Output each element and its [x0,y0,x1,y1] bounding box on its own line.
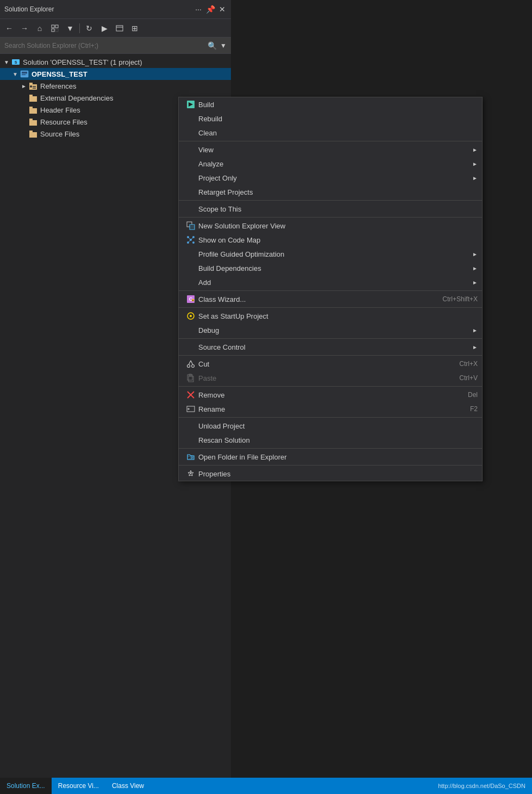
tab-solution-explorer[interactable]: Solution Ex... [0,778,52,794]
build-deps-arrow: ► [472,265,478,271]
svg-line-37 [191,237,193,240]
menu-item-class-wizard[interactable]: C + Class Wizard... Ctrl+Shift+X [179,292,482,306]
paste-shortcut: Ctrl+V [459,374,478,382]
separator-7 [179,355,482,356]
remove-icon [183,390,198,399]
menu-item-retarget[interactable]: Retarget Projects [179,185,482,199]
menu-item-clean[interactable]: Clean [179,126,482,140]
stop-button[interactable]: ▶ [97,21,111,35]
separator-1 [179,141,482,141]
menu-item-rename[interactable]: Rename F2 [179,402,482,416]
back-button[interactable]: ← [2,21,16,35]
svg-rect-18 [29,95,33,97]
add-arrow: ► [472,280,478,286]
menu-item-cut[interactable]: Cut Ctrl+X [179,357,482,371]
class-wizard-label: Class Wizard... [198,295,431,303]
status-url: http://blog.csdn.net/DaSo_CSDN [438,783,532,789]
search-input[interactable] [4,42,204,49]
source-control-arrow: ► [472,344,478,350]
rescan-label: Rescan Solution [198,436,478,444]
paste-label: Paste [198,374,448,382]
dropdown-button[interactable]: ▼ [63,21,77,35]
open-folder-icon [183,452,198,461]
menu-item-scope[interactable]: Scope to This [179,202,482,216]
pin-icon[interactable]: 📌 [206,5,215,14]
solution-expand-icon[interactable]: ▼ [2,59,11,65]
menu-item-remove[interactable]: Remove Del [179,388,482,402]
codemap-icon [183,235,198,244]
svg-point-44 [190,315,192,317]
menu-item-codemap[interactable]: Show on Code Map [179,233,482,247]
tab-resource-viewer[interactable]: Resource Vi... [52,778,105,794]
analyze-arrow: ► [472,161,478,167]
tree-item-solution[interactable]: ▼ S Solution 'OPENSSL_TEST' (1 project) [0,56,231,68]
project-label: OPENSSL_TEST [32,70,87,78]
rename-label: Rename [198,405,459,413]
menu-item-source-control[interactable]: Source Control ► [179,340,482,354]
menu-item-new-view[interactable]: New Solution Explorer View [179,219,482,233]
search-options-icon[interactable]: ▼ [220,42,227,49]
forward-button[interactable]: → [17,21,32,35]
pgo-arrow: ► [472,251,478,257]
svg-line-38 [188,240,191,243]
menu-item-unload[interactable]: Unload Project [179,419,482,433]
tree-item-project[interactable]: ▼ OPENSSL_TEST [0,68,231,80]
grid-button[interactable]: ⊞ [128,21,142,35]
ext-deps-icon [28,94,38,102]
svg-point-58 [190,473,192,474]
cut-label: Cut [198,360,448,368]
close-icon[interactable]: ✕ [218,5,227,14]
menu-item-project-only[interactable]: Project Only ► [179,171,482,185]
open-folder-label: Open Folder in File Explorer [198,453,478,461]
menu-item-add[interactable]: Add ► [179,275,482,289]
svg-rect-10 [22,73,27,74]
scope-label: Scope to This [198,205,478,213]
svg-point-34 [192,241,195,244]
toolbar: ← → ⌂ ▼ ↻ ▶ ⊞ [0,19,231,38]
svg-rect-0 [52,25,54,28]
title-bar: Solution Explorer ··· 📌 ✕ [0,0,231,19]
remove-label: Remove [198,391,457,399]
menu-item-open-folder[interactable]: Open Folder in File Explorer [179,450,482,464]
menu-item-rebuild[interactable]: Rebuild [179,111,482,126]
menu-item-paste[interactable]: Paste Ctrl+V [179,371,482,385]
tree-item-references[interactable]: ► References [0,80,231,92]
separator-8 [179,386,482,387]
source-files-label: Source Files [40,130,79,138]
codemap-label: Show on Code Map [198,236,478,244]
separator-4 [179,290,482,291]
startup-label: Set as StartUp Project [198,312,478,320]
rename-shortcut: F2 [470,405,478,413]
home-button[interactable]: ⌂ [33,21,47,35]
add-label: Add [198,278,468,287]
svg-rect-3 [55,29,58,32]
project-only-arrow: ► [472,175,478,181]
svg-rect-9 [22,72,27,73]
project-expand-icon[interactable]: ▼ [11,71,20,77]
show-all-files-button[interactable] [48,21,62,35]
search-icon[interactable]: 🔍 [208,41,217,50]
menu-item-debug[interactable]: Debug ► [179,323,482,337]
menu-item-analyze[interactable]: Analyze ► [179,157,482,171]
status-tabs: Solution Ex... Resource Vi... Class View [0,778,151,794]
svg-line-36 [188,237,191,240]
svg-point-46 [192,365,195,368]
menu-item-view[interactable]: View ► [179,142,482,157]
class-wizard-icon: C + [183,295,198,303]
header-files-icon [28,106,38,114]
sync-button[interactable] [112,21,127,35]
menu-item-pgo[interactable]: Profile Guided Optimization ► [179,247,482,261]
refresh-button[interactable]: ↻ [82,21,96,35]
new-view-icon [183,221,198,230]
new-view-label: New Solution Explorer View [198,222,478,230]
menu-item-properties[interactable]: Properties [179,467,482,481]
rebuild-label: Rebuild [198,115,478,123]
remove-shortcut: Del [468,391,478,399]
menu-item-startup[interactable]: Set as StartUp Project [179,309,482,323]
menu-item-rescan[interactable]: Rescan Solution [179,433,482,447]
svg-rect-49 [189,376,193,382]
menu-item-build[interactable]: Build [179,97,482,111]
references-expand-icon[interactable]: ► [20,83,28,89]
menu-item-build-deps[interactable]: Build Dependencies ► [179,261,482,275]
tab-class-view[interactable]: Class View [105,778,151,794]
